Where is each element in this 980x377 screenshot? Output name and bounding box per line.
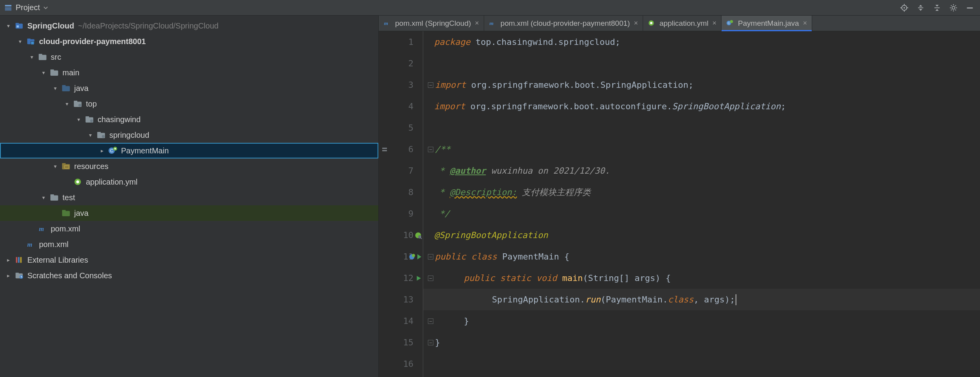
project-view-selector[interactable]: Project xyxy=(0,3,52,12)
code-line[interactable] xyxy=(423,353,980,375)
close-icon[interactable]: × xyxy=(713,19,717,27)
code-line[interactable]: import org.springframework.boot.autoconf… xyxy=(423,96,980,117)
tree-main[interactable]: ▾ main xyxy=(0,65,378,80)
gutter-line[interactable]: 5 xyxy=(379,117,423,139)
tree-test[interactable]: ▾ test xyxy=(0,190,378,205)
chevron-down-icon: ▾ xyxy=(52,85,59,91)
tree-pkg-springcloud[interactable]: ▾ springcloud xyxy=(0,127,378,143)
tree-label: pom.xml xyxy=(39,240,69,249)
svg-text:C: C xyxy=(728,21,730,25)
tree-module[interactable]: ▾ cloud-provider-payment8001 xyxy=(0,34,378,49)
gutter-line[interactable]: 12 xyxy=(379,267,423,289)
code-line[interactable]: * @author wuxinhua on 2021/12/30. xyxy=(423,160,980,181)
svg-rect-9 xyxy=(934,7,939,8)
tab-application-yml[interactable]: application.yml × xyxy=(643,16,722,31)
fold-icon[interactable]: – xyxy=(428,254,433,260)
bookmark-icon[interactable] xyxy=(381,146,388,153)
svg-rect-24 xyxy=(27,39,30,41)
expand-all-icon[interactable] xyxy=(916,3,925,12)
close-icon[interactable]: × xyxy=(634,19,638,27)
tree-paymentmain[interactable]: ▸ C PaymentMain xyxy=(0,143,378,158)
code-area[interactable]: package top.chasingwind.springcloud; –im… xyxy=(423,31,980,377)
gutter[interactable]: 1 2 3 4 5 6 7 8 9 10 11 12 13 14 15 16 xyxy=(379,31,423,377)
run-icon[interactable] xyxy=(409,253,422,261)
code-line[interactable] xyxy=(423,117,980,139)
tree-scratches[interactable]: ▸ Scratches and Consoles xyxy=(0,268,378,283)
locate-icon[interactable] xyxy=(900,3,909,12)
tree-pkg-top[interactable]: ▾ top xyxy=(0,96,378,112)
svg-rect-49 xyxy=(50,194,54,196)
tree-label: SpringCloud xyxy=(27,21,74,30)
code-line[interactable]: –} xyxy=(423,310,980,332)
code-line[interactable] xyxy=(423,53,980,74)
spring-bean-icon[interactable] xyxy=(414,231,422,239)
fold-icon[interactable]: – xyxy=(428,340,433,345)
tree-src[interactable]: ▾ src xyxy=(0,49,378,65)
tab-label: application.yml xyxy=(659,19,709,28)
run-icon[interactable] xyxy=(415,275,422,282)
fold-icon[interactable]: – xyxy=(428,276,433,281)
gutter-line[interactable]: 13 xyxy=(379,289,423,310)
close-icon[interactable]: × xyxy=(803,19,807,27)
gutter-line[interactable]: 2 xyxy=(379,53,423,74)
gutter-line[interactable]: 10 xyxy=(379,224,423,246)
code-line[interactable]: –public static void main(String[] args) … xyxy=(423,267,980,289)
tab-pom-module[interactable]: m pom.xml (cloud-provider-payment8001) × xyxy=(484,16,643,31)
fold-icon[interactable]: – xyxy=(428,318,433,324)
tree-application-yml[interactable]: ▾ application.yml xyxy=(0,174,378,190)
libraries-icon xyxy=(14,255,24,265)
svg-line-15 xyxy=(951,5,952,6)
svg-point-37 xyxy=(90,119,93,122)
code-line[interactable]: * @Description: 支付模块主程序类 xyxy=(423,181,980,203)
chevron-down-icon: ▾ xyxy=(52,163,59,169)
gutter-line[interactable]: 9 xyxy=(379,203,423,224)
tree-root[interactable]: ▾ SpringCloud ~/IdeaProjects/SpringCloud… xyxy=(0,18,378,34)
fold-icon[interactable]: – xyxy=(428,82,433,88)
gutter-line[interactable]: 15 xyxy=(379,332,423,353)
gutter-line[interactable]: 7 xyxy=(379,160,423,181)
spring-class-icon: C xyxy=(108,146,118,156)
gutter-line[interactable]: 1 xyxy=(379,31,423,53)
code-line[interactable]: –import org.springframework.boot.SpringA… xyxy=(423,74,980,96)
fold-icon[interactable]: – xyxy=(428,147,433,152)
code-line[interactable]: –public class PaymentMain { xyxy=(423,246,980,267)
scratches-icon xyxy=(14,270,24,281)
project-tree[interactable]: ▾ SpringCloud ~/IdeaProjects/SpringCloud… xyxy=(0,16,379,377)
gear-icon[interactable] xyxy=(949,3,958,12)
tree-java-main[interactable]: ▾ java xyxy=(0,80,378,96)
tree-pom-module[interactable]: ▾ m pom.xml xyxy=(0,221,378,237)
gutter-line[interactable]: 3 xyxy=(379,74,423,96)
hide-icon[interactable] xyxy=(965,3,975,12)
tree-resources[interactable]: ▾ resources xyxy=(0,158,378,174)
gutter-line[interactable]: 6 xyxy=(379,139,423,160)
code-line[interactable]: SpringApplication.run(PaymentMain.class,… xyxy=(423,289,980,310)
tab-paymentmain[interactable]: C PaymentMain.java × xyxy=(722,16,812,31)
tree-external-libraries[interactable]: ▸ External Libraries xyxy=(0,252,378,268)
code-line[interactable]: –/** xyxy=(423,139,980,160)
tree-java-test[interactable]: ▾ java xyxy=(0,205,378,221)
close-icon[interactable]: × xyxy=(475,19,479,27)
svg-rect-22 xyxy=(17,25,19,28)
gutter-line[interactable]: 14 xyxy=(379,310,423,332)
code-line[interactable]: */ xyxy=(423,203,980,224)
folder-icon xyxy=(49,68,59,78)
code-line[interactable]: package top.chasingwind.springcloud; xyxy=(423,31,980,53)
test-folder-icon xyxy=(61,208,71,218)
code-line[interactable]: @SpringBootApplication xyxy=(423,224,980,246)
tree-label: java xyxy=(74,209,89,218)
gutter-line[interactable]: 11 xyxy=(379,246,423,267)
collapse-all-icon[interactable] xyxy=(932,3,942,12)
svg-text:m: m xyxy=(384,20,388,26)
ide-root: Project xyxy=(0,0,980,377)
svg-text:m: m xyxy=(39,225,44,233)
folder-icon xyxy=(49,192,59,203)
tree-pkg-chasingwind[interactable]: ▾ chasingwind xyxy=(0,112,378,127)
tab-pom-root[interactable]: m pom.xml (SpringCloud) × xyxy=(379,16,484,31)
gutter-line[interactable]: 16 xyxy=(379,353,423,375)
svg-line-16 xyxy=(955,9,956,10)
tree-pom-root[interactable]: ▾ m pom.xml xyxy=(0,237,378,252)
tree-label: src xyxy=(51,53,61,62)
code-line[interactable]: –} xyxy=(423,332,980,353)
gutter-line[interactable]: 8 xyxy=(379,181,423,203)
gutter-line[interactable]: 4 xyxy=(379,96,423,117)
